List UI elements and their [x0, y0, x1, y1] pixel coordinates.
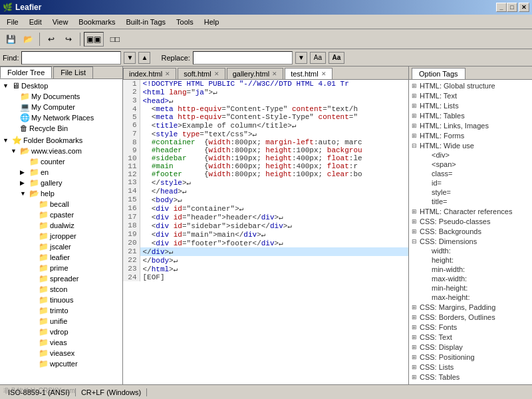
tree-item-spreader[interactable]: 📁 spreader [1, 273, 121, 284]
opt-header-lists[interactable]: ⊞ HTML: Lists [410, 101, 531, 110]
find-input[interactable] [21, 51, 121, 65]
tree-item-jcropper[interactable]: 📁 jcropper [1, 231, 121, 241]
opt-header-display[interactable]: ⊞ CSS: Display [410, 342, 531, 352]
opt-item-div[interactable]: <div> [410, 150, 531, 160]
opt-header-borders[interactable]: ⊞ CSS: Borders, Outlines [410, 313, 531, 322]
opt-header-dimensions[interactable]: ⊟ CSS: Dimensions [410, 237, 531, 246]
replace-aa2-button[interactable]: Aa [329, 52, 344, 64]
close-tab-soft[interactable]: ✕ [214, 70, 219, 77]
expand-vieas[interactable]: ▼ [11, 148, 20, 154]
tree-item-cpaster[interactable]: 📁 cpaster [1, 209, 121, 220]
opt-header-csstables[interactable]: ⊞ CSS: Tables [410, 372, 531, 382]
opt-header-global[interactable]: ⊞ HTML: Global structure [410, 81, 531, 90]
opt-item-id[interactable]: id= [410, 178, 531, 188]
tree-item-stcon[interactable]: 📁 stcon [1, 284, 121, 295]
undo-button[interactable]: ↩ [43, 32, 59, 47]
tree-item-vieas2[interactable]: 📁 vieas [1, 337, 121, 348]
tree-item-becall[interactable]: 📁 becall [1, 199, 121, 209]
menu-bookmarks[interactable]: Bookmarks [73, 17, 120, 27]
tab-soft-html[interactable]: soft.html ✕ [178, 68, 225, 79]
replace-aa-button[interactable]: Aa [310, 52, 326, 64]
opt-item-style[interactable]: style= [410, 188, 531, 197]
tree-item-help[interactable]: ▼ 📂 help [1, 188, 121, 199]
close-button[interactable]: ✕ [519, 3, 529, 12]
expand-desktop[interactable]: ▼ [3, 82, 12, 89]
opt-item-width[interactable]: width: [410, 246, 531, 255]
opt-item-class[interactable]: class= [410, 169, 531, 178]
menu-tools[interactable]: Tools [171, 17, 199, 27]
tab-index-html[interactable]: index.html ✕ [123, 68, 176, 79]
opt-header-csstext[interactable]: ⊞ CSS: Text [410, 332, 531, 342]
tree-item-recycle[interactable]: 🗑 Recycle Bin [1, 123, 121, 134]
opt-header-links[interactable]: ⊞ HTML: Links, Images [410, 121, 531, 130]
find-up-button[interactable]: ▲ [138, 52, 150, 64]
save-button[interactable]: 💾 [3, 32, 19, 47]
opt-item-min-width[interactable]: min-width: [410, 265, 531, 274]
maximize-button[interactable]: □ [507, 3, 517, 12]
opt-header-csslists[interactable]: ⊞ CSS: Lists [410, 362, 531, 372]
find-down-button[interactable]: ▼ [124, 52, 136, 64]
menu-help[interactable]: Help [199, 17, 225, 27]
view-btn-1[interactable]: ▣▣ [84, 32, 104, 47]
tree-item-leafier[interactable]: 📁 leafier [1, 252, 121, 263]
opt-item-height[interactable]: height: [410, 255, 531, 265]
tree-item-mydocs[interactable]: 📁 My Documents [1, 91, 121, 102]
opt-header-fonts[interactable]: ⊞ CSS: Fonts [410, 323, 531, 332]
opt-header-positioning[interactable]: ⊞ CSS: Positioning [410, 352, 531, 362]
menu-builtin-tags[interactable]: Built-in Tags [120, 17, 171, 27]
menu-file[interactable]: File [1, 17, 24, 27]
opt-header-charref[interactable]: ⊞ HTML: Character references [410, 207, 531, 216]
redo-button[interactable]: ↪ [61, 32, 76, 47]
opt-header-pseudo[interactable]: ⊞ CSS: Pseudo-classes [410, 217, 531, 226]
tree-item-jscaler[interactable]: 📁 jscaler [1, 241, 121, 252]
open-button[interactable]: 📂 [20, 32, 36, 47]
tree-item-vieasex[interactable]: 📁 vieasex [1, 348, 121, 358]
opt-header-backgrounds[interactable]: ⊞ CSS: Backgrounds [410, 227, 531, 236]
tab-option-tags[interactable]: Option Tags [412, 68, 466, 79]
code-area[interactable]: 1<!DOCTYPE HTML PUBLIC "-//W3C//DTD HTML… [123, 80, 408, 384]
tree-item-en[interactable]: ▶ 📁 en [1, 167, 121, 178]
tree-item-bookmarks[interactable]: ▼ ⭐ Folder Bookmarks [1, 135, 121, 146]
tree-item-gallery[interactable]: ▶ 📁 gallery [1, 178, 121, 188]
close-tab-test[interactable]: ✕ [321, 70, 327, 77]
expand-en[interactable]: ▶ [20, 169, 29, 176]
minimize-button[interactable]: _ [496, 3, 507, 12]
expand-help[interactable]: ▼ [20, 190, 29, 197]
opt-header-tables[interactable]: ⊞ HTML: Tables [410, 111, 531, 120]
close-tab-index[interactable]: ✕ [165, 70, 170, 77]
tree-item-unifie[interactable]: 📁 unifie [1, 316, 121, 327]
tree-item-desktop[interactable]: ▼ 🖥 Desktop [1, 80, 121, 91]
right-panel: Option Tags ⊞ HTML: Global structure ⊞ H… [409, 66, 532, 384]
view-btn-2[interactable]: □□ [105, 32, 125, 47]
tab-gallery-html[interactable]: gallery.html ✕ [227, 68, 283, 79]
tree-item-dualwiz[interactable]: 📁 dualwiz [1, 220, 121, 231]
menu-view[interactable]: View [47, 17, 74, 27]
tab-test-html[interactable]: test.html ✕ [285, 68, 332, 79]
tree-item-prime[interactable]: 📁 prime [1, 263, 121, 273]
tree-item-counter[interactable]: 📁 counter [1, 156, 121, 167]
opt-header-wideuse[interactable]: ⊟ HTML: Wide use [410, 141, 531, 150]
tree-item-wpcutter[interactable]: 📁 wpcutter [1, 358, 121, 369]
tree-item-mycomputer[interactable]: 💻 My Computer [1, 102, 121, 112]
tree-item-trimto[interactable]: 📁 trimto [1, 305, 121, 316]
opt-item-title[interactable]: title= [410, 197, 531, 206]
opt-item-max-width[interactable]: max-width: [410, 274, 531, 283]
opt-header-margins[interactable]: ⊞ CSS: Margins, Padding [410, 303, 531, 312]
tree-item-tinuous[interactable]: 📁 tinuous [1, 295, 121, 305]
expand-bookmarks[interactable]: ▼ [3, 137, 12, 144]
menu-edit[interactable]: Edit [24, 17, 47, 27]
opt-item-min-height[interactable]: min-height: [410, 283, 531, 293]
tree-item-network[interactable]: 🌐 My Network Places [1, 112, 121, 123]
replace-input[interactable] [193, 51, 293, 65]
opt-header-text[interactable]: ⊞ HTML: Text [410, 91, 531, 100]
opt-item-max-height[interactable]: max-height: [410, 293, 531, 302]
opt-header-forms[interactable]: ⊞ HTML: Forms [410, 131, 531, 140]
tab-folder-tree[interactable]: Folder Tree [0, 66, 52, 78]
tab-file-list[interactable]: File List [53, 66, 93, 78]
opt-item-span[interactable]: <span> [410, 160, 531, 169]
close-tab-gallery[interactable]: ✕ [272, 70, 277, 77]
tree-item-vieas[interactable]: ▼ 📂 www.vieas.com [1, 146, 121, 156]
tree-item-vdrop[interactable]: 📁 vdrop [1, 327, 121, 337]
expand-gallery[interactable]: ▶ [20, 180, 29, 186]
replace-down-button[interactable]: ▼ [295, 52, 307, 64]
